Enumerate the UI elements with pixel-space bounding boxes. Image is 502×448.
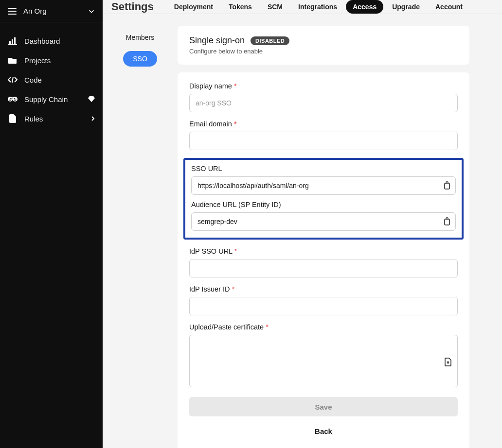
sidebar-item-rules[interactable]: Rules [0, 109, 103, 128]
org-name: An Org [23, 7, 88, 15]
sidebar-item-projects[interactable]: Projects [0, 51, 103, 70]
tab-tokens[interactable]: Tokens [222, 0, 259, 14]
email-domain-label: Email domain * [189, 120, 458, 128]
display-name-label: Display name * [189, 82, 458, 90]
svg-rect-3 [8, 44, 17, 45]
sso-header-card: Single sign-on DISABLED Configure below … [178, 26, 469, 65]
subnav: Members SSO [103, 26, 178, 448]
tab-scm[interactable]: SCM [261, 0, 289, 14]
subtab-sso[interactable]: SSO [123, 51, 157, 67]
audience-url-label: Audience URL (SP Entity ID) [191, 201, 456, 208]
idp-sso-url-input[interactable] [189, 259, 458, 277]
display-name-input[interactable] [189, 94, 458, 112]
subtab-members[interactable]: Members [116, 30, 164, 45]
sidebar-nav: Dashboard Projects Code Supply Chain Rul… [0, 22, 103, 137]
highlighted-section: SSO URL Audience URL (SP Entity ID) [183, 158, 464, 240]
document-icon [8, 114, 18, 123]
sidebar-item-supply-chain[interactable]: Supply Chain [0, 89, 103, 109]
tab-deployment[interactable]: Deployment [167, 0, 220, 14]
sidebar-label: Supply Chain [24, 95, 68, 103]
clipboard-icon[interactable] [443, 217, 451, 226]
svg-rect-2 [14, 37, 16, 44]
sidebar-item-dashboard[interactable]: Dashboard [0, 31, 103, 51]
topbar: Settings Deployment Tokens SCM Integrati… [103, 0, 502, 14]
status-badge: DISABLED [251, 36, 289, 45]
idp-issuer-id-label: IdP Issuer ID * [189, 285, 458, 293]
sidebar-label: Rules [24, 115, 43, 123]
sidebar-item-code[interactable]: Code [0, 70, 103, 89]
main: Settings Deployment Tokens SCM Integrati… [103, 0, 502, 448]
save-button[interactable]: Save [189, 397, 458, 416]
sidebar-label: Dashboard [24, 37, 60, 45]
diamond-icon [88, 96, 95, 102]
sidebar-label: Code [24, 76, 42, 84]
certificate-label: Upload/Paste certificate * [189, 323, 458, 331]
sso-form-card: Display name * Email domain * SSO URL [178, 72, 469, 448]
svg-rect-7 [445, 219, 449, 225]
tab-access[interactable]: Access [346, 0, 383, 14]
certificate-textarea[interactable] [189, 335, 458, 387]
tab-upgrade[interactable]: Upgrade [385, 0, 427, 14]
tab-integrations[interactable]: Integrations [291, 0, 344, 14]
tab-account[interactable]: Account [429, 0, 469, 14]
sidebar: An Org Dashboard Projects Code Supply Ch… [0, 0, 103, 448]
email-domain-input[interactable] [189, 132, 458, 150]
link-icon [8, 94, 18, 104]
audience-url-input[interactable] [191, 212, 456, 231]
idp-sso-url-label: IdP SSO URL * [189, 247, 458, 255]
sso-subtitle: Configure below to enable [189, 48, 458, 55]
chart-icon [8, 36, 18, 46]
svg-rect-6 [445, 183, 449, 189]
chevron-right-icon [91, 116, 95, 121]
sso-url-label: SSO URL [191, 165, 456, 172]
folder-icon [8, 55, 18, 65]
org-switcher[interactable]: An Org [0, 0, 103, 22]
chevron-down-icon [88, 8, 95, 15]
back-button[interactable]: Back [189, 421, 458, 441]
sidebar-label: Projects [24, 56, 51, 65]
idp-issuer-id-input[interactable] [189, 297, 458, 315]
file-upload-icon[interactable] [444, 358, 452, 366]
sso-title: Single sign-on [189, 35, 245, 46]
svg-rect-0 [9, 41, 11, 44]
clipboard-icon[interactable] [443, 181, 451, 190]
sso-url-input[interactable] [191, 176, 456, 195]
code-icon [8, 75, 18, 85]
svg-rect-1 [12, 39, 13, 44]
menu-icon [8, 8, 17, 15]
page-title: Settings [111, 0, 154, 13]
